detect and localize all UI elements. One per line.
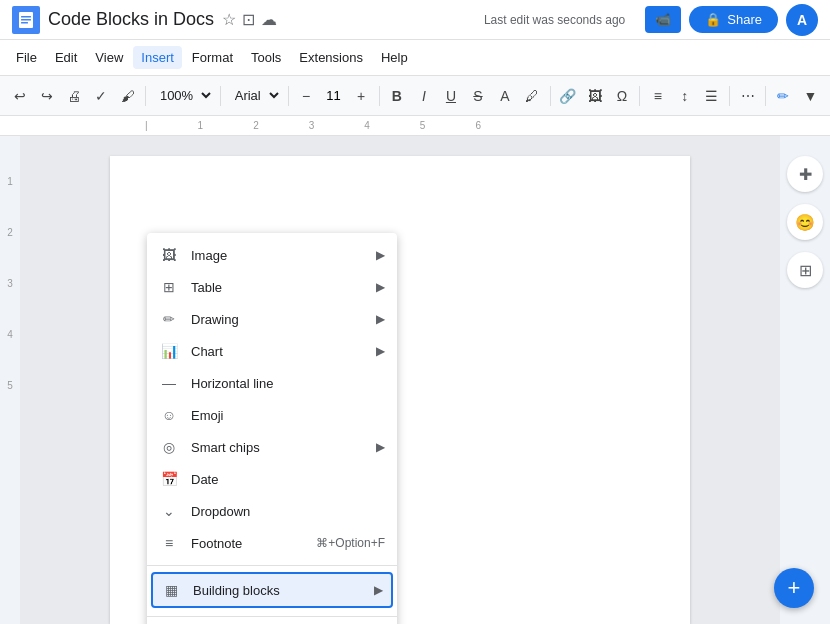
drawing-icon: ✏ [159,309,179,329]
divider-3 [288,86,289,106]
drawing-arrow-icon: ▶ [376,312,385,326]
chart-icon: 📊 [159,341,179,361]
sidebar-add-comment[interactable]: ✚ [787,156,823,192]
list-button[interactable]: ☰ [700,82,723,110]
date-icon: 📅 [159,469,179,489]
undo-button[interactable]: ↩ [8,82,31,110]
more-options-button[interactable]: ⋯ [736,82,759,110]
image-add-icon: ⊞ [799,261,812,280]
font-size-value: 11 [322,88,346,103]
highlight-button[interactable]: 🖊 [521,82,544,110]
sidebar-image-add[interactable]: ⊞ [787,252,823,288]
menu-view[interactable]: View [87,46,131,69]
redo-button[interactable]: ↪ [35,82,58,110]
menu-item-building-blocks[interactable]: ▦ Building blocks ▶ [151,572,393,608]
divider-6 [639,86,640,106]
menu-section-2: ▦ Building blocks ▶ [147,565,397,612]
zoom-select[interactable]: 100% [152,85,214,106]
svg-rect-3 [21,22,28,24]
meet-button[interactable]: 📹 [645,6,681,33]
menu-item-drawing[interactable]: ✏ Drawing ▶ [147,303,397,335]
cloud-icon[interactable]: ☁ [261,10,277,29]
svg-rect-1 [21,16,31,18]
divider-1 [145,86,146,106]
star-icon[interactable]: ☆ [222,10,236,29]
emoji-icon: 😊 [795,213,815,232]
ruler: | 1 2 3 4 5 6 [0,116,830,136]
add-to-drive-icon[interactable]: ⊡ [242,10,255,29]
menu-item-image[interactable]: 🖼 Image ▶ [147,239,397,271]
divider-2 [220,86,221,106]
menu-item-emoji[interactable]: ☺ Emoji [147,399,397,431]
underline-button[interactable]: U [439,82,462,110]
share-button[interactable]: 🔒 Share [689,6,778,33]
menu-item-footnote-label: Footnote [191,536,304,551]
menu-item-dropdown[interactable]: ⌄ Dropdown [147,495,397,527]
menu-item-chart[interactable]: 📊 Chart ▶ [147,335,397,367]
user-avatar[interactable]: A [786,4,818,36]
menu-insert[interactable]: Insert [133,46,182,69]
footnote-shortcut: ⌘+Option+F [316,536,385,550]
image-arrow-icon: ▶ [376,248,385,262]
menu-item-smart-chips-label: Smart chips [191,440,364,455]
menu-file[interactable]: File [8,46,45,69]
table-icon: ⊞ [159,277,179,297]
line-spacing-button[interactable]: ↕ [673,82,696,110]
paint-format-button[interactable]: ✏ [772,82,795,110]
menu-format[interactable]: Format [184,46,241,69]
footnote-icon: ≡ [159,533,179,553]
menu-section-1: 🖼 Image ▶ ⊞ Table ▶ ✏ Drawing ▶ 📊 Chart … [147,237,397,561]
menu-item-chart-label: Chart [191,344,364,359]
menu-item-emoji-label: Emoji [191,408,385,423]
insert-image-button[interactable]: 🖼 [583,82,606,110]
menu-item-date[interactable]: 📅 Date [147,463,397,495]
doc-area [20,136,780,624]
font-size-decrease[interactable]: − [295,82,318,110]
doc-title: Code Blocks in Docs [48,9,214,30]
menu-item-date-label: Date [191,472,385,487]
divider-8 [765,86,766,106]
font-select[interactable]: Arial [227,85,282,106]
building-blocks-icon: ▦ [161,580,181,600]
menu-item-dropdown-label: Dropdown [191,504,385,519]
strikethrough-button[interactable]: S [466,82,489,110]
menu-item-building-blocks-label: Building blocks [193,583,362,598]
menu-help[interactable]: Help [373,46,416,69]
toolbar: ↩ ↪ 🖨 ✓ 🖌 100% Arial − 11 + B I U S A 🖊 … [0,76,830,116]
font-size-increase[interactable]: + [350,82,373,110]
menu-bar: File Edit View Insert Format Tools Exten… [0,40,830,76]
spellcheck-button[interactable]: ✓ [89,82,112,110]
menu-item-horizontal-line-label: Horizontal line [191,376,385,391]
share-label: Share [727,12,762,27]
menu-item-smart-chips[interactable]: ◎ Smart chips ▶ [147,431,397,463]
menu-extensions[interactable]: Extensions [291,46,371,69]
bold-button[interactable]: B [385,82,408,110]
menu-edit[interactable]: Edit [47,46,85,69]
add-icon: + [788,575,801,601]
suggest-button[interactable]: ▼ [799,82,822,110]
format-paint-button[interactable]: 🖌 [116,82,139,110]
insert-dropdown-menu: 🖼 Image ▶ ⊞ Table ▶ ✏ Drawing ▶ 📊 Chart … [147,233,397,624]
menu-item-footnote[interactable]: ≡ Footnote ⌘+Option+F [147,527,397,559]
text-color-button[interactable]: A [493,82,516,110]
right-sidebar: ✚ 😊 ⊞ [780,136,830,624]
add-comment-icon: ✚ [799,165,812,184]
align-button[interactable]: ≡ [646,82,669,110]
insert-symbol-button[interactable]: Ω [610,82,633,110]
header-actions: 📹 🔒 Share A [645,4,818,36]
link-button[interactable]: 🔗 [556,82,579,110]
add-floating-button[interactable]: + [774,568,814,608]
menu-item-table-label: Table [191,280,364,295]
sidebar-emoji[interactable]: 😊 [787,204,823,240]
image-icon: 🖼 [159,245,179,265]
menu-tools[interactable]: Tools [243,46,289,69]
building-blocks-arrow-icon: ▶ [374,583,383,597]
last-edit-label: Last edit was seconds ago [484,13,625,27]
menu-item-drawing-label: Drawing [191,312,364,327]
title-action-icons: ☆ ⊡ ☁ [222,10,277,29]
horizontal-line-icon: — [159,373,179,393]
italic-button[interactable]: I [412,82,435,110]
menu-item-table[interactable]: ⊞ Table ▶ [147,271,397,303]
print-button[interactable]: 🖨 [62,82,85,110]
menu-item-horizontal-line[interactable]: — Horizontal line [147,367,397,399]
